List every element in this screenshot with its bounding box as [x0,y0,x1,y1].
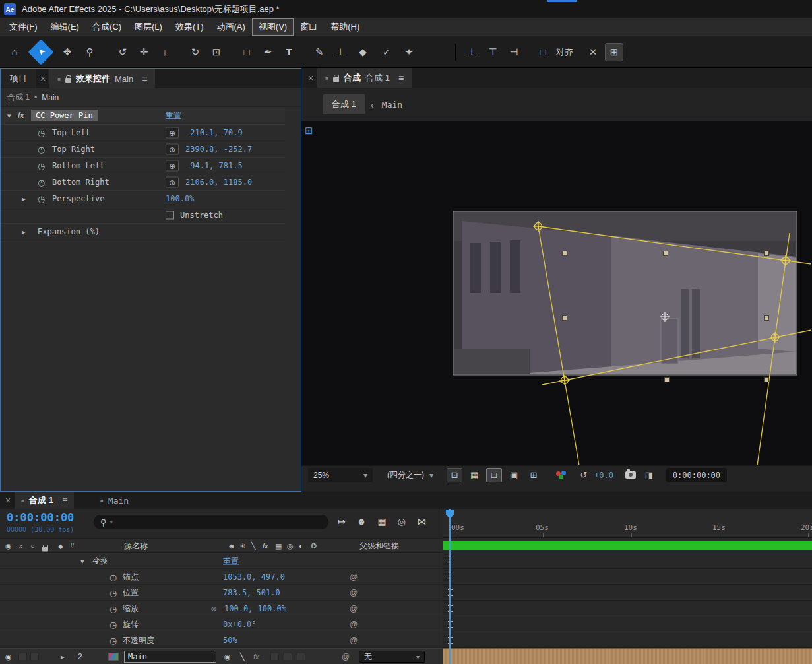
comp-viewport[interactable]: ⊞ [301,121,812,465]
menu-view[interactable]: 视图(V) [252,18,294,36]
panel-menu-icon[interactable]: ≡ [62,495,67,506]
shy-switch-icon[interactable]: ☻ [228,542,235,550]
menu-layer[interactable]: 图层(L) [128,18,169,36]
exposure-value[interactable]: +0.0 [594,471,613,480]
snap-checkbox-icon[interactable]: □ [534,43,552,61]
rotate-tool[interactable]: ↻ [186,43,204,61]
pickwhip-icon[interactable]: @ [350,620,358,629]
quality-switch-icon[interactable]: ◉ [224,652,231,661]
stopwatch-icon[interactable]: ◷ [109,587,117,597]
axis-view-icon[interactable]: ⊣ [505,43,523,61]
zoom-select[interactable]: 25% ▾ [308,468,373,482]
selection-tool[interactable]: ➤ [28,39,54,65]
parent-dropdown[interactable]: 无 ▾ [359,651,425,663]
tab-timeline-main[interactable]: ■ Main [100,496,129,506]
stopwatch-icon[interactable]: ◷ [109,635,117,645]
close-icon[interactable]: × [5,495,11,506]
layer-row[interactable]: ◉ ▸ 2 Main ◉ ╲ fx @ 无 ▾ [0,648,443,664]
property-value[interactable]: -210.1, 70.9 [185,128,243,137]
effect-name[interactable]: CC Power Pin [31,110,98,121]
stopwatch-icon[interactable]: ◷ [109,603,117,613]
layer-name-input[interactable]: Main [124,651,216,663]
pen-tool[interactable]: ✒ [259,43,277,61]
view-options-icon[interactable]: ⊞ [605,43,623,61]
switch-cell[interactable] [270,652,279,661]
clone-stamp-tool[interactable]: ⊥ [331,43,350,61]
pickwhip-icon[interactable]: @ [350,588,358,597]
fx-switch-icon[interactable]: fx [263,542,268,550]
close-icon[interactable]: × [308,73,313,83]
parent-link-column[interactable]: 父级和链接 [359,540,399,551]
comp-breadcrumb-layer[interactable]: Main [382,100,402,110]
stopwatch-icon[interactable]: ◷ [38,145,45,154]
diagonal-arrows-icon[interactable]: ✕ [584,43,602,61]
channel-colors-icon[interactable] [556,471,568,480]
transparency-grid-icon[interactable]: ▦ [466,468,482,482]
time-ruler[interactable]: 00s 05s 10s 15s 20s [443,509,812,538]
property-value[interactable]: 0x+0.0° [223,620,257,629]
audio-icon[interactable]: ♬ [18,542,25,550]
frame-blend-switch-icon[interactable]: ▦ [275,541,282,550]
menu-effect[interactable]: 效果(T) [169,18,210,36]
axis-world-icon[interactable]: ⊤ [484,43,502,61]
breadcrumb-layer[interactable]: Main [42,93,59,102]
motion-blur-switch-icon[interactable]: ◎ [287,541,294,550]
source-name-column[interactable]: 源名称 [124,540,148,551]
property-value[interactable]: 783.5, 501.0 [223,588,280,597]
dolly-camera-tool[interactable]: ↓ [156,43,174,61]
crosshair-button[interactable]: ⊕ [166,177,179,188]
switch-cell[interactable] [284,652,292,661]
crosshair-button[interactable]: ⊕ [166,127,179,139]
keyframe-row[interactable] [443,601,812,616]
solo-cell[interactable] [30,652,39,661]
property-value[interactable]: 2106.0, 1185.0 [185,178,252,187]
menu-edit[interactable]: 编辑(E) [44,18,86,36]
pickwhip-icon[interactable]: @ [350,636,358,645]
comp-timecode[interactable]: 0:00:00:00 [666,468,727,482]
quality-switch-icon[interactable]: ╲ [251,541,256,550]
axis-local-icon[interactable]: ⊥ [462,43,481,61]
tab-composition[interactable]: ■ 合成 合成 1 ≡ [317,68,412,88]
lock-icon[interactable] [65,78,71,83]
transform-label[interactable]: 变换 [92,555,108,566]
menu-file[interactable]: 文件(F) [3,18,44,36]
unstretch-checkbox[interactable] [166,211,174,220]
current-timecode[interactable]: 0:00:00:00 [7,511,74,524]
property-value[interactable]: 2390.8, -252.7 [185,145,252,154]
property-value[interactable]: 1053.0, 497.0 [223,572,285,581]
shape-tool[interactable]: □ [237,43,256,61]
show-snapshot-icon[interactable]: ◨ [641,468,657,482]
keyframe-row[interactable] [443,616,812,632]
brush-tool[interactable]: ✎ [310,43,328,61]
crosshair-button[interactable]: ⊕ [166,160,179,172]
comp-breadcrumb-pill[interactable]: 合成 1 [323,94,365,114]
puppet-pin-tool[interactable]: ✦ [400,43,418,61]
threed-switch-icon[interactable]: ❂ [311,541,317,550]
property-value[interactable]: 100.0, 100.0% [224,604,286,613]
expand-icon[interactable]: ▾ [7,112,11,120]
tab-timeline-comp1[interactable]: ■ 合成 1 ≡ [15,492,74,509]
lock-icon[interactable] [333,77,339,82]
quality-best-icon[interactable]: ╲ [240,652,245,661]
stopwatch-icon[interactable]: ◷ [38,178,45,187]
expand-icon[interactable]: ▸ [22,228,26,236]
solo-icon[interactable]: ○ [30,542,35,550]
stopwatch-icon[interactable]: ◷ [38,194,45,204]
property-value[interactable]: 50% [223,636,237,645]
lock-icon[interactable] [42,547,48,551]
eye-icon[interactable]: ◉ [5,541,12,550]
playhead[interactable] [449,509,451,664]
collapse-switch-icon[interactable]: ✳ [239,541,245,550]
pickwhip-icon[interactable]: @ [342,652,350,661]
expand-icon[interactable]: ▸ [61,652,65,661]
menu-animation[interactable]: 动画(A) [210,18,252,36]
comp-viewport-canvas[interactable] [301,121,812,465]
resolution-select[interactable]: (四分之一) ▾ [387,469,433,481]
menu-help[interactable]: 帮助(H) [324,18,366,36]
roi-icon[interactable]: ▣ [506,468,522,482]
keyframe-row[interactable] [443,632,812,648]
breadcrumb-comp[interactable]: 合成 1 [7,92,30,103]
expand-icon[interactable]: ▾ [80,556,84,565]
pan-camera-tool[interactable]: ✛ [135,43,153,61]
zoom-tool[interactable]: ⚲ [80,43,99,61]
